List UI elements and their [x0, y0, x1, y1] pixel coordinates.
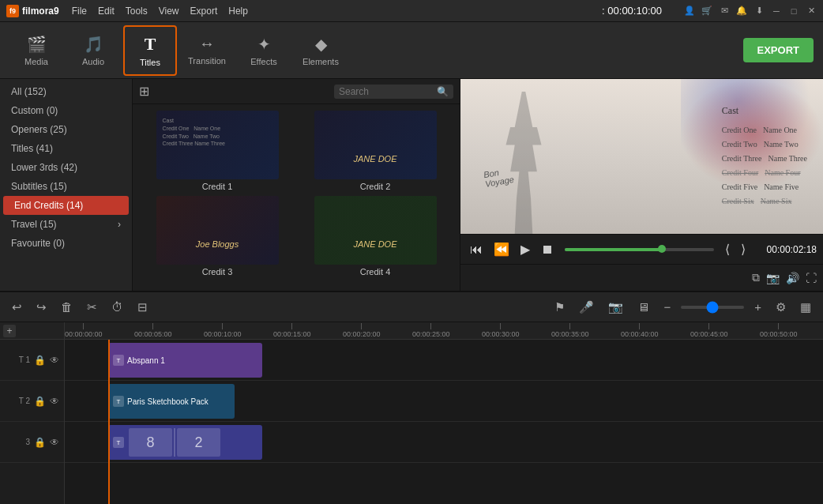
toolbar-titles[interactable]: T Titles: [123, 25, 177, 76]
next-frame-btn[interactable]: ⟩: [738, 240, 749, 258]
volume-button[interactable]: 🔊: [786, 272, 799, 284]
clip-t-icon-1: T: [113, 355, 124, 366]
prev-frame-btn2[interactable]: ⟨: [722, 240, 733, 258]
user-icon[interactable]: 👤: [684, 6, 695, 17]
progress-thumb: [658, 245, 666, 253]
cast-list: Cast Credit One Name One Credit Two Name…: [722, 103, 807, 209]
pip-button[interactable]: ⧉: [752, 271, 760, 284]
countdown-seg-1: 8: [129, 428, 172, 457]
menu-export[interactable]: Export: [190, 6, 218, 17]
toolbar-media[interactable]: 🎬 Media: [9, 25, 63, 76]
download-icon[interactable]: ⬇: [753, 6, 765, 17]
progress-fill: [565, 248, 662, 251]
zoom-slider[interactable]: [681, 306, 744, 309]
bell-icon[interactable]: 🔔: [736, 6, 747, 17]
menu-view[interactable]: View: [159, 6, 179, 17]
flag-button[interactable]: ⚑: [551, 298, 569, 317]
sidebar-item-openers[interactable]: Openers (25): [0, 120, 132, 139]
sidebar-item-favourite[interactable]: Favourite (0): [0, 234, 132, 253]
search-input[interactable]: [339, 86, 434, 97]
thumbnails-grid: CastCredit One Name OneCredit Two Name T…: [133, 104, 460, 286]
thumbnail-credit1[interactable]: CastCredit One Name OneCredit Two Name T…: [139, 111, 295, 194]
track3-lock[interactable]: 🔒: [34, 437, 46, 448]
toolbar-audio[interactable]: 🎵 Audio: [66, 25, 120, 76]
thumb-label-credit4: Credit 4: [360, 267, 391, 276]
content-panel: ⊞ 🔍 CastCredit One Name OneCredit Two Na…: [133, 79, 460, 291]
track1-vis[interactable]: 👁: [50, 355, 59, 366]
timeline-ruler-spacer: +: [0, 322, 64, 340]
sidebar-item-all[interactable]: All (152): [0, 82, 132, 101]
sidebar-item-custom[interactable]: Custom (0): [0, 101, 132, 120]
menu-help[interactable]: Help: [228, 6, 248, 17]
sidebar-item-titles[interactable]: Titles (41): [0, 139, 132, 158]
mic-button[interactable]: 🎤: [575, 298, 598, 317]
minus-zoom-button[interactable]: −: [660, 298, 675, 316]
grid-view-icon[interactable]: ⊞: [139, 84, 149, 99]
menu-items: File Edit Tools View Export Help: [72, 6, 248, 17]
sidebar-item-lower3rds[interactable]: Lower 3rds (42): [0, 158, 132, 177]
undo-button[interactable]: ↩: [8, 298, 26, 317]
redo-button[interactable]: ↪: [32, 298, 51, 317]
menu-tools[interactable]: Tools: [126, 6, 148, 17]
mail-icon[interactable]: ✉: [719, 6, 730, 17]
sidebar-item-endcredits[interactable]: End Credits (14): [3, 196, 129, 215]
thumb-jane-text: JANE DOE: [353, 154, 396, 164]
toolbar-transition[interactable]: ↔ Transition: [180, 25, 234, 76]
plus-zoom-button[interactable]: +: [750, 298, 765, 316]
sidebar-item-travel[interactable]: Travel (15) ›: [0, 215, 132, 234]
cast-role-2: Credit Two: [722, 137, 757, 152]
sidebar-item-travel-label: Travel (15): [11, 219, 57, 230]
add-track-button[interactable]: +: [3, 325, 16, 337]
toolbar-elements[interactable]: ◆ Elements: [294, 25, 348, 76]
toolbar-effects[interactable]: ✦ Effects: [237, 25, 291, 76]
delete-button[interactable]: 🗑: [57, 298, 77, 316]
countdown-inner: T 8 2: [113, 428, 220, 457]
fullscreen-button[interactable]: ⛶: [806, 272, 817, 284]
grid-tl-button[interactable]: ▦: [796, 298, 815, 317]
cast-name-3: Name Three: [768, 152, 807, 166]
tl-right-tools: ⚑ 🎤 📷 🖥 − + ⚙ ▦: [551, 298, 815, 317]
track2-vis[interactable]: 👁: [50, 396, 59, 407]
snapshot-button[interactable]: 📷: [766, 272, 780, 284]
stop-button[interactable]: ⏹: [538, 241, 557, 258]
export-button[interactable]: EXPORT: [743, 38, 814, 62]
ruler-mark-50: 00:00:50:00: [760, 323, 798, 338]
clock-button[interactable]: ⏱: [107, 298, 127, 316]
cart-icon[interactable]: 🛒: [701, 6, 712, 17]
sidebar-item-subtitles[interactable]: Subtitles (15): [0, 177, 132, 196]
camera-tl-button[interactable]: 📷: [604, 298, 627, 317]
track1-lock[interactable]: 🔒: [34, 355, 46, 366]
settings-tl-button[interactable]: ⚙: [772, 298, 790, 317]
track2-lock[interactable]: 🔒: [34, 396, 46, 407]
play-button[interactable]: ▶: [517, 240, 533, 258]
clip-abspann[interactable]: T Abspann 1: [108, 343, 262, 378]
thumbnail-credit2[interactable]: JANE DOE Credit 2: [297, 111, 453, 194]
rewind-button[interactable]: ⏮: [467, 241, 486, 258]
cut-button[interactable]: ✂: [83, 298, 101, 317]
ruler-mark-40: 00:00:40:00: [621, 323, 659, 338]
chevron-right-icon: ›: [118, 219, 121, 230]
restore-btn[interactable]: □: [788, 6, 799, 17]
cast-title: Cast: [722, 103, 807, 120]
menu-file[interactable]: File: [72, 6, 87, 17]
track3-vis[interactable]: 👁: [50, 437, 59, 448]
elements-icon: ◆: [315, 35, 327, 54]
split-button[interactable]: ⊟: [133, 298, 152, 317]
progress-bar[interactable]: [565, 248, 714, 251]
monitor-button[interactable]: 🖥: [633, 298, 653, 316]
main-area: All (152) Custom (0) Openers (25) Titles…: [0, 79, 823, 291]
menu-edit[interactable]: Edit: [98, 6, 115, 17]
playhead[interactable]: [108, 340, 110, 504]
thumbnail-credit3[interactable]: Joe Bloggs Credit 3: [139, 196, 295, 280]
toolbar-transition-label: Transition: [188, 56, 226, 66]
ruler-mark-35: 00:00:35:00: [551, 323, 589, 338]
prev-frame-button[interactable]: ⏪: [490, 240, 513, 258]
toolbar: 🎬 Media 🎵 Audio T Titles ↔ Transition ✦ …: [0, 22, 823, 79]
minimize-btn[interactable]: ─: [771, 6, 782, 17]
close-btn[interactable]: ✕: [806, 6, 817, 17]
thumbnail-credit4[interactable]: JANE DOE Credit 4: [297, 196, 453, 280]
clip-countdown[interactable]: T 8 2: [108, 425, 262, 460]
cast-row-3: Credit Three Name Three: [722, 152, 807, 166]
clip-paris[interactable]: T Paris Sketchbook Pack: [108, 384, 235, 419]
audio-icon: 🎵: [84, 35, 103, 54]
